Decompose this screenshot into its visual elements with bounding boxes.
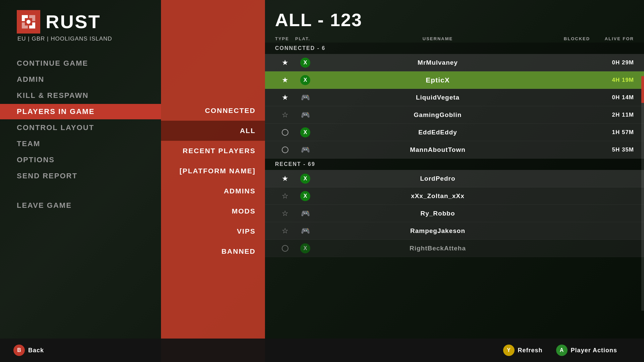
star-filled-icon: ★ — [282, 76, 288, 84]
xbox-icon: X — [300, 174, 310, 184]
table-row[interactable]: ★ X MrMulvaney 0H 29M — [265, 54, 644, 71]
controller-icon: 🎮 — [301, 111, 310, 119]
filter-mods[interactable]: MODS — [161, 201, 265, 221]
filter-vips[interactable]: VIPS — [161, 221, 265, 241]
filter-all[interactable]: ALL — [161, 121, 265, 141]
cell-type — [275, 146, 295, 153]
table-row[interactable]: ☆ 🎮 RampegJakeson — [265, 222, 644, 240]
col-header-username: USERNAME — [315, 36, 560, 41]
back-label: Back — [28, 347, 44, 354]
table-row[interactable]: X EddEdEddy 1H 57M — [265, 124, 644, 141]
xbox-icon: X — [300, 243, 310, 253]
svg-point-5 — [26, 20, 31, 24]
cell-platform: X — [295, 75, 315, 85]
nav-item-leave-game[interactable]: LEAVE GAME — [17, 198, 161, 213]
player-actions-label: Player Actions — [571, 347, 617, 354]
cell-username: RightBeckAtteha — [315, 245, 560, 252]
nav-item-options[interactable]: OPTIONS — [17, 152, 161, 168]
bottom-bar: B Back Y Refresh A Player Actions — [0, 339, 644, 362]
nav-item-control-layout[interactable]: CONTROL LAYOUT — [17, 120, 161, 135]
cell-alive: 1H 57M — [594, 129, 634, 136]
panel-title: ALL - 123 — [265, 9, 644, 30]
cell-platform: X — [295, 127, 315, 137]
cell-username: LiquidVegeta — [315, 94, 560, 101]
cell-username: EpticX — [315, 76, 560, 84]
col-header-type: TYPE — [275, 36, 295, 41]
cell-username: MannAboutTown — [315, 146, 560, 154]
controller-icon: 🎮 — [301, 227, 310, 235]
cell-type: ★ — [275, 93, 295, 102]
cell-type: ☆ — [275, 111, 295, 119]
section-recent: RECENT - 69 — [265, 159, 644, 170]
star-empty-icon: ☆ — [282, 209, 288, 218]
table-row[interactable]: ★ X EpticX 4H 19M — [265, 71, 644, 89]
cell-username: EddEdEddy — [315, 129, 560, 136]
cell-type — [275, 129, 295, 136]
controller-icon: 🎮 — [301, 209, 310, 218]
nav-item-team[interactable]: TEAM — [17, 136, 161, 152]
table-row[interactable]: ★ 🎮 LiquidVegeta 0H 14M — [265, 89, 644, 106]
rust-logo-icon — [20, 13, 37, 30]
cell-platform: 🎮 — [295, 93, 315, 102]
table-row[interactable]: X RightBeckAtteha — [265, 240, 644, 257]
nav-item-continue-game[interactable]: CONTINUE GAME — [17, 56, 161, 71]
cell-alive: 0H 14M — [594, 94, 634, 101]
table-row[interactable]: ☆ 🎮 Ry_Robbo — [265, 205, 644, 222]
cell-username: xXx_Zoltan_xXx — [315, 192, 560, 200]
server-info: EU | GBR | HOOLIGANS ISLAND — [17, 36, 161, 42]
col-header-plat: PLAT. — [295, 36, 315, 41]
filter-banned[interactable]: BANNED — [161, 241, 265, 261]
cell-username: GamingGoblin — [315, 111, 560, 119]
xbox-icon: X — [300, 191, 310, 201]
nav-item-admin[interactable]: ADMIN — [17, 72, 161, 87]
b-button[interactable]: B — [13, 345, 25, 356]
cell-type — [275, 245, 295, 252]
table-row[interactable]: 🎮 MannAboutTown 5H 35M — [265, 141, 644, 159]
player-actions-action[interactable]: A Player Actions — [556, 345, 617, 356]
filter-platform-name[interactable]: [PLATFORM NAME] — [161, 161, 265, 181]
cell-username: LordPedro — [315, 175, 560, 182]
nav-item-send-report[interactable]: SEND REPORT — [17, 168, 161, 184]
filter-admins[interactable]: ADMINS — [161, 181, 265, 201]
cell-type: ☆ — [275, 227, 295, 235]
filter-panel: CONNECTED ALL RECENT PLAYERS [PLATFORM N… — [161, 0, 265, 362]
circle-icon — [282, 146, 288, 153]
cell-alive: 2H 11M — [594, 112, 634, 118]
cell-platform: X — [295, 174, 315, 184]
filter-connected[interactable]: CONNECTED — [161, 101, 265, 121]
table-row[interactable]: ★ X LordPedro — [265, 170, 644, 187]
table-row[interactable]: ☆ 🎮 GamingGoblin 2H 11M — [265, 106, 644, 124]
star-filled-icon: ★ — [282, 58, 288, 67]
cell-platform: X — [295, 191, 315, 201]
refresh-action[interactable]: Y Refresh — [503, 345, 543, 356]
star-empty-icon: ☆ — [282, 227, 288, 235]
nav-item-kill-respawn[interactable]: KILL & RESPAWN — [17, 88, 161, 103]
controller-icon: 🎮 — [301, 145, 310, 154]
circle-icon — [282, 245, 288, 252]
filter-recent-players[interactable]: RECENT PLAYERS — [161, 141, 265, 161]
scrollbar-track — [641, 76, 644, 311]
cell-platform: X — [295, 243, 315, 253]
table-row[interactable]: ☆ X xXx_Zoltan_xXx — [265, 187, 644, 205]
nav-item-players-in-game[interactable]: PLAYERS IN GAME — [0, 104, 161, 119]
star-empty-icon: ☆ — [282, 192, 288, 200]
rust-logo-box — [17, 10, 40, 34]
a-button[interactable]: A — [556, 345, 568, 356]
star-filled-icon: ★ — [282, 93, 288, 102]
star-filled-icon: ★ — [282, 174, 288, 183]
table-header: TYPE PLAT. USERNAME BLOCKED ALIVE FOR — [265, 36, 644, 41]
xbox-icon: X — [300, 75, 310, 85]
players-panel: ALL - 123 TYPE PLAT. USERNAME BLOCKED AL… — [265, 0, 644, 362]
y-button[interactable]: Y — [503, 345, 515, 356]
xbox-icon: X — [300, 58, 310, 68]
game-title: RUST — [46, 12, 101, 31]
cell-type: ☆ — [275, 209, 295, 218]
players-list: CONNECTED - 6 ★ X MrMulvaney 0H 29M ★ X … — [265, 43, 644, 335]
cell-type: ★ — [275, 58, 295, 67]
refresh-label: Refresh — [518, 347, 543, 354]
scrollbar-thumb[interactable] — [641, 76, 644, 103]
back-action[interactable]: B Back — [13, 345, 44, 356]
cell-username: MrMulvaney — [315, 59, 560, 66]
section-connected: CONNECTED - 6 — [265, 43, 644, 54]
cell-platform: 🎮 — [295, 227, 315, 235]
